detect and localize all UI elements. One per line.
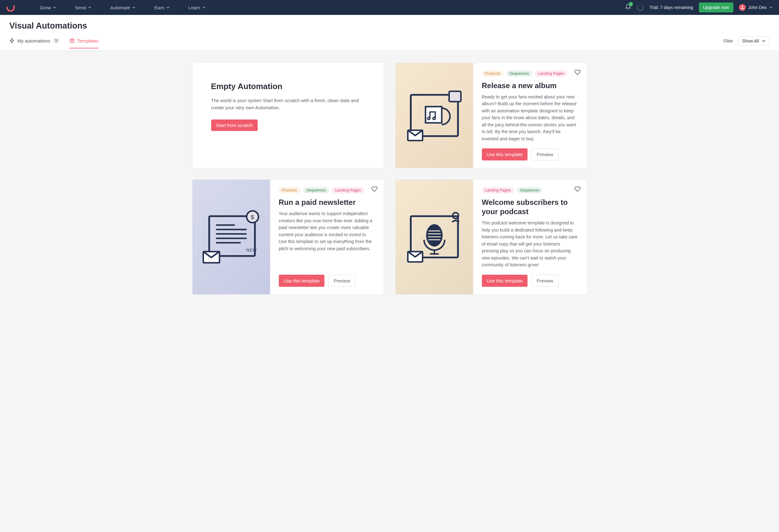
- tab-count-badge: 5: [53, 38, 60, 43]
- upgrade-button[interactable]: Upgrade now: [699, 2, 733, 12]
- chevron-down-icon: [132, 6, 136, 9]
- use-template-button[interactable]: Use this template: [482, 148, 528, 160]
- user-menu[interactable]: John Des: [739, 4, 773, 11]
- card-illustration: [396, 63, 473, 168]
- tab-label: Templates: [77, 38, 99, 44]
- nav-label: Earn: [154, 5, 164, 10]
- chevron-down-icon: [88, 6, 92, 9]
- avatar: [739, 4, 746, 11]
- svg-text:$: $: [250, 214, 254, 220]
- svg-point-1: [742, 6, 743, 7]
- nav-earn[interactable]: Earn: [154, 5, 170, 10]
- tag-products: Products: [482, 70, 503, 77]
- card-empty-automation: Empty Automation The world is your oyste…: [192, 63, 384, 168]
- tab-label: My automations: [17, 38, 50, 44]
- svg-rect-3: [425, 107, 441, 123]
- chevron-down-icon: [762, 39, 766, 43]
- bolt-icon: [9, 38, 15, 44]
- tag-sequences: Sequences: [506, 70, 532, 77]
- preview-button[interactable]: Preview: [531, 148, 558, 160]
- svg-text:NEW: NEW: [246, 247, 257, 253]
- card-description: Your audience wants to support independe…: [279, 210, 375, 252]
- favorite-button[interactable]: [371, 186, 377, 193]
- nav-learn[interactable]: Learn: [188, 5, 206, 10]
- card-description: This podcast welcome template is designe…: [482, 219, 578, 268]
- tag-sequences: Sequences: [303, 187, 329, 193]
- preview-button[interactable]: Preview: [328, 275, 355, 287]
- card-title: Welcome subscribers to your podcast: [482, 198, 578, 216]
- chevron-down-icon: [53, 6, 57, 9]
- nav-grow[interactable]: Grow: [40, 5, 57, 10]
- card-description: The world is your oyster! Start from scr…: [211, 97, 365, 112]
- notifications-button[interactable]: 1: [625, 4, 631, 11]
- filter-label: Filter: [723, 39, 733, 44]
- heart-icon: [575, 186, 581, 192]
- user-name: John Des: [748, 5, 767, 10]
- trial-status: Trial: 7 days remaining: [649, 5, 693, 10]
- use-template-button[interactable]: Use this template: [482, 275, 528, 287]
- loading-icon: [637, 4, 644, 11]
- box-icon: [69, 38, 75, 44]
- tab-my-automations[interactable]: My automations 5: [9, 38, 60, 49]
- chevron-down-icon: [769, 6, 773, 9]
- svg-point-17: [426, 224, 442, 247]
- card-title: Run a paid newsletter: [279, 198, 375, 207]
- nav-label: Learn: [188, 5, 200, 10]
- nav-label: Automate: [110, 5, 130, 10]
- notification-badge: 1: [628, 2, 633, 6]
- tag-landing-pages: Landing Pages: [535, 70, 567, 77]
- heart-icon: [575, 69, 581, 75]
- start-from-scratch-button[interactable]: Start from scratch: [211, 120, 258, 131]
- page-title: Visual Automations: [9, 21, 770, 31]
- tag-sequences: Sequences: [517, 187, 543, 193]
- logo[interactable]: [6, 3, 15, 12]
- svg-rect-4: [449, 91, 461, 102]
- heart-icon: [371, 186, 377, 192]
- filter-selected-value: Show All: [742, 39, 759, 44]
- card-release-album: Products Sequences Landing Pages Release…: [395, 63, 587, 168]
- nav-label: Grow: [40, 5, 51, 10]
- filter-select[interactable]: Show All: [738, 36, 770, 46]
- templates-grid: Empty Automation The world is your oyste…: [185, 50, 594, 307]
- card-illustration: NEW$: [192, 180, 270, 294]
- card-illustration: [396, 180, 473, 294]
- subheader: Visual Automations My automations 5 Temp…: [0, 15, 779, 50]
- use-template-button[interactable]: Use this template: [279, 275, 325, 287]
- tag-landing-pages: Landing Pages: [482, 187, 514, 193]
- card-description: Ready to get your fans excited about you…: [482, 93, 578, 142]
- card-title: Release a new album: [482, 81, 578, 90]
- chevron-down-icon: [166, 6, 170, 9]
- nav-items: Grow Send Automate Earn Learn: [40, 5, 206, 10]
- favorite-button[interactable]: [575, 186, 581, 193]
- card-podcast-welcome: Landing Pages Sequences Welcome subscrib…: [395, 180, 587, 294]
- tag-landing-pages: Landing Pages: [332, 187, 364, 193]
- card-paid-newsletter: NEW$ Products Sequences Landing Pages Ru…: [192, 180, 384, 294]
- nav-label: Send: [75, 5, 86, 10]
- card-title: Empty Automation: [211, 82, 365, 91]
- svg-point-0: [6, 3, 15, 12]
- preview-button[interactable]: Preview: [531, 275, 558, 287]
- tab-templates[interactable]: Templates: [69, 38, 99, 49]
- top-nav: Grow Send Automate Earn Learn 1 Trial: 7…: [0, 0, 779, 15]
- chevron-down-icon: [202, 6, 206, 9]
- tag-products: Products: [279, 187, 300, 193]
- favorite-button[interactable]: [575, 69, 581, 77]
- nav-automate[interactable]: Automate: [110, 5, 136, 10]
- nav-send[interactable]: Send: [75, 5, 92, 10]
